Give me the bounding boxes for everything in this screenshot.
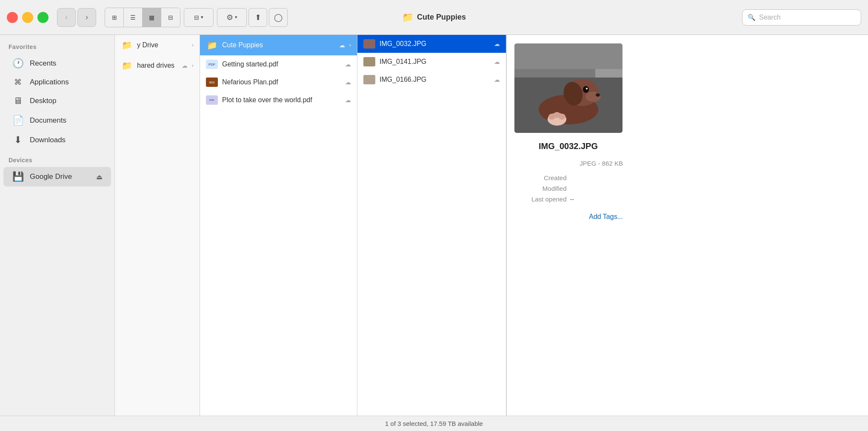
cloud-icon: ☁ — [345, 79, 351, 86]
modified-label: Modified — [514, 185, 567, 192]
view-list-button[interactable]: ☰ — [124, 8, 143, 27]
gear-button[interactable]: ⚙ ▾ — [217, 8, 247, 27]
applications-icon: ⌘ — [12, 78, 24, 87]
main-content: Favorites 🕐 Recents ⌘ Applications 🖥 Des… — [0, 35, 868, 416]
tag-icon: ◯ — [274, 13, 283, 22]
add-tags-button[interactable]: Add Tags... — [514, 213, 623, 221]
sidebar-device-label: Google Drive — [30, 172, 72, 181]
desktop-icon: 🖥 — [12, 95, 24, 106]
cloud-icon: ☁ — [494, 58, 500, 65]
column-images: IMG_0032.JPG ☁ IMG_0141.JPG ☁ IMG_0166.J… — [357, 35, 506, 416]
svg-rect-14 — [514, 43, 622, 69]
search-icon: 🔍 — [748, 14, 756, 21]
item-name: Cute Puppies — [222, 41, 335, 49]
sidebar-item-label-documents: Documents — [30, 116, 66, 125]
list-item[interactable]: 📁 y Drive › — [115, 35, 200, 55]
gear-icon: ⚙ — [226, 13, 233, 22]
title-folder-icon: 📁 — [402, 12, 414, 23]
file-browser: 📁 y Drive › 📁 hared drives ☁ › 📁 Cute Pu… — [115, 35, 868, 416]
search-placeholder: Search — [759, 14, 781, 21]
sidebar-item-documents[interactable]: 📄 Documents — [3, 111, 111, 130]
modified-row: Modified — [514, 185, 623, 192]
cloud-icon: ☁ — [494, 76, 500, 83]
created-value — [570, 174, 623, 181]
search-box[interactable]: 🔍 Search — [742, 9, 861, 26]
view-cover-icon: ⊟ — [168, 14, 173, 21]
share-button[interactable]: ⬆ — [248, 8, 267, 27]
list-item[interactable]: IMG Nefarious Plan.pdf ☁ — [200, 73, 357, 91]
sidebar-item-applications[interactable]: ⌘ Applications — [3, 73, 111, 91]
cloud-icon: ☁ — [182, 62, 188, 69]
view-icon-icon: ⊞ — [112, 14, 117, 21]
list-item[interactable]: 📁 hared drives ☁ › — [115, 55, 200, 76]
maximize-button[interactable] — [37, 12, 49, 23]
statusbar: 1 of 3 selected, 17.59 TB available — [0, 416, 868, 431]
item-name: Getting started.pdf — [222, 60, 341, 68]
close-button[interactable] — [7, 12, 18, 23]
eject-icon: ⏏ — [96, 173, 103, 181]
item-name: IMG_0141.JPG — [380, 58, 490, 66]
last-opened-value: -- — [570, 195, 623, 203]
google-drive-icon: 💾 — [12, 171, 24, 182]
folder-icon: 📁 — [206, 39, 218, 51]
view-buttons: ⊞ ☰ ▦ ⊟ — [105, 8, 180, 27]
img-thumbnail — [363, 39, 375, 49]
img-thumbnail — [363, 75, 375, 84]
view-icon-button[interactable]: ⊞ — [105, 8, 124, 27]
sidebar-item-label-recents: Recents — [30, 59, 56, 68]
minimize-button[interactable] — [22, 12, 33, 23]
preview-filetype: JPEG - 862 KB — [580, 160, 623, 167]
sidebar-item-label-applications: Applications — [30, 78, 69, 86]
cloud-icon: ☁ — [345, 61, 351, 68]
svg-point-5 — [596, 93, 600, 97]
list-item[interactable]: PDF Getting started.pdf ☁ — [200, 55, 357, 73]
item-name: Plot to take over the world.pdf — [222, 96, 341, 104]
back-button[interactable]: ‹ — [57, 8, 76, 27]
sidebar-item-label-downloads: Downloads — [30, 136, 66, 144]
preview-filename: IMG_0032.JPG — [539, 141, 598, 151]
sidebar-item-downloads[interactable]: ⬇ Downloads — [3, 130, 111, 150]
last-opened-label: Last opened — [514, 195, 567, 203]
tag-button[interactable]: ◯ — [269, 8, 288, 27]
column-cute-puppies: 📁 Cute Puppies ☁ › PDF Getting started.p… — [200, 35, 357, 416]
pdf-thumbnail: PDF — [206, 95, 218, 105]
titlebar: ‹ › ⊞ ☰ ▦ ⊟ ⊟ ▾ ⚙ ▾ ⬆ ◯ 📁 Cute Puppies — [0, 0, 868, 35]
chevron-right-icon: › — [192, 42, 194, 48]
item-name: y Drive — [137, 41, 188, 49]
list-item[interactable]: 📁 Cute Puppies ☁ › — [200, 35, 357, 55]
sidebar-item-google-drive[interactable]: 💾 Google Drive ⏏ — [3, 167, 111, 187]
documents-icon: 📄 — [12, 115, 24, 126]
sidebar: Favorites 🕐 Recents ⌘ Applications 🖥 Des… — [0, 35, 115, 416]
img-thumbnail — [363, 57, 375, 66]
sidebar-item-desktop[interactable]: 🖥 Desktop — [3, 91, 111, 111]
status-text: 1 of 3 selected, 17.59 TB available — [385, 420, 483, 427]
preview-metadata: Created Modified Last opened -- — [514, 174, 623, 206]
window-title: Cute Puppies — [417, 13, 466, 22]
modified-value — [570, 185, 623, 192]
recents-icon: 🕐 — [12, 58, 24, 69]
svg-point-6 — [583, 86, 589, 93]
view-list-icon: ☰ — [130, 14, 136, 21]
view-column-button[interactable]: ▦ — [143, 8, 161, 27]
pdf-thumbnail: PDF — [206, 60, 218, 69]
back-icon: ‹ — [65, 13, 68, 22]
favorites-section-title: Favorites — [0, 42, 114, 54]
devices-section-title: Devices — [0, 150, 114, 167]
view-combo-button[interactable]: ⊟ ▾ — [184, 8, 214, 27]
window-title-area: 📁 Cute Puppies — [402, 12, 466, 23]
list-item[interactable]: IMG_0141.JPG ☁ — [357, 53, 506, 71]
list-item[interactable]: IMG_0166.JPG ☁ — [357, 71, 506, 89]
sidebar-item-label-desktop: Desktop — [30, 97, 56, 105]
svg-point-12 — [559, 114, 565, 120]
list-item[interactable]: IMG_0032.JPG ☁ — [357, 35, 506, 53]
svg-point-7 — [586, 88, 588, 89]
created-row: Created — [514, 174, 623, 181]
view-cover-button[interactable]: ⊟ — [161, 8, 180, 27]
item-name: IMG_0032.JPG — [380, 40, 490, 48]
sidebar-item-recents[interactable]: 🕐 Recents — [3, 54, 111, 73]
column-drive: 📁 y Drive › 📁 hared drives ☁ › — [115, 35, 200, 416]
list-item[interactable]: PDF Plot to take over the world.pdf ☁ — [200, 91, 357, 109]
forward-icon: › — [86, 13, 88, 22]
preview-panel: IMG_0032.JPG JPEG - 862 KB Created Modif… — [506, 35, 630, 416]
forward-button[interactable]: › — [77, 8, 96, 27]
